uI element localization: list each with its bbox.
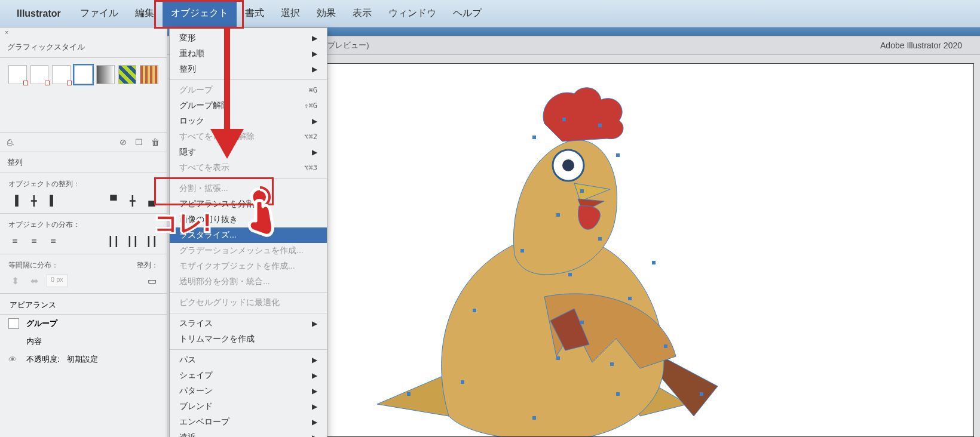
app-name[interactable]: Illustrator — [17, 8, 61, 19]
menu-item[interactable]: 整列▶ — [170, 61, 327, 77]
svg-rect-16 — [556, 356, 560, 360]
style-swatch[interactable] — [118, 65, 137, 84]
opacity-label: 不透明度: — [26, 354, 60, 365]
group-label: グループ — [26, 318, 57, 329]
delete-style-icon[interactable]: 🗑 — [151, 137, 160, 147]
appearance-tab[interactable]: アピアランス — [0, 294, 167, 315]
menu-item-label: モザイクオブジェクトを作成... — [179, 261, 295, 272]
align-hcenter-icon[interactable]: ╋ — [27, 194, 41, 207]
align-objects-label: オブジェクトの整列： — [8, 179, 158, 189]
dist-vspace-icon[interactable]: ⬍ — [8, 274, 22, 287]
menu-item[interactable]: スライス▶ — [170, 316, 327, 331]
submenu-arrow-icon: ▶ — [312, 65, 317, 73]
svg-point-1 — [562, 159, 574, 171]
menu-separator — [170, 79, 327, 80]
menu-item[interactable]: 重ね順▶ — [170, 46, 327, 61]
menu-item[interactable]: エンベロープ▶ — [170, 414, 327, 430]
distribute-spacing-section: 等間隔に分布： 整列： ⬍ ⬌ 0 px ▭ — [0, 254, 167, 294]
dist-hcenter-icon[interactable]: ┃┃ — [126, 235, 139, 248]
visibility-eye-icon[interactable]: 👁 — [8, 355, 19, 364]
menu-object[interactable]: オブジェクト — [163, 0, 237, 27]
rooster-artwork[interactable] — [353, 82, 771, 437]
appearance-content-row[interactable]: 内容 — [0, 333, 167, 350]
style-swatch[interactable] — [8, 65, 27, 84]
menu-item[interactable]: パターン▶ — [170, 383, 327, 399]
align-top-icon[interactable]: ▀ — [107, 194, 120, 207]
menu-item[interactable]: トリムマークを作成 — [170, 331, 327, 347]
new-style-icon[interactable]: ☐ — [135, 137, 143, 147]
submenu-arrow-icon: ▶ — [312, 418, 317, 426]
svg-rect-20 — [598, 237, 602, 241]
menu-item-label: 隠す — [179, 147, 196, 158]
menu-item-label: パス — [179, 355, 196, 365]
menu-item-label: 変形 — [179, 33, 196, 44]
align-bottom-icon[interactable]: ▄ — [145, 194, 158, 207]
align-left-icon[interactable]: ▐ — [8, 194, 22, 207]
menu-select[interactable]: 選択 — [272, 0, 308, 27]
align-vcenter-icon[interactable]: ╋ — [126, 194, 139, 207]
menu-item[interactable]: シェイプ▶ — [170, 368, 327, 383]
menu-item[interactable]: 遠近▶ — [170, 430, 327, 437]
align-panel-tab[interactable]: 整列 — [0, 152, 167, 173]
library-icon[interactable]: ⎙. — [7, 137, 14, 147]
menu-item-label: グループ — [179, 85, 213, 96]
distribute-spacing-label: 等間隔に分布： — [8, 260, 59, 270]
menu-separator — [170, 349, 327, 350]
annotation-tap-hand-icon — [239, 185, 281, 239]
menu-item[interactable]: グループ解除⇧⌘G — [170, 98, 327, 113]
menu-shortcut: ⇧⌘G — [304, 101, 317, 110]
style-swatch[interactable] — [30, 65, 49, 84]
menu-window[interactable]: ウィンドウ — [380, 0, 445, 27]
submenu-arrow-icon: ▶ — [312, 148, 317, 156]
menu-type[interactable]: 書式 — [237, 0, 272, 27]
appearance-opacity-row[interactable]: 👁 不透明度: 初期設定 — [0, 350, 167, 368]
style-swatch-selected[interactable] — [74, 65, 93, 84]
dist-vcenter-icon[interactable]: ≡ — [27, 235, 41, 248]
break-link-icon[interactable]: ⊘ — [120, 137, 127, 147]
style-swatch[interactable] — [96, 65, 115, 84]
left-panel-column: × グラフィックスタイル ⎙. ⊘ ☐ 🗑 整列 オブジェクトの整列： ▐ — [0, 27, 167, 437]
svg-rect-19 — [652, 261, 656, 264]
menu-item-label: ピクセルグリッドに最適化 — [179, 297, 280, 308]
menu-item-label: エンベロープ — [179, 417, 229, 427]
panel-close-icon[interactable]: × — [0, 27, 167, 37]
menu-item[interactable]: パス▶ — [170, 352, 327, 368]
menu-item-label: 分割・拡張... — [179, 183, 228, 194]
menu-file[interactable]: ファイル — [72, 0, 127, 27]
menu-item-label: トリムマークを作成 — [179, 334, 255, 344]
svg-rect-7 — [556, 213, 560, 217]
annotation-kore-text: コレ! — [154, 207, 211, 239]
style-swatch[interactable] — [140, 65, 158, 84]
menu-item[interactable]: ロック▶ — [170, 113, 327, 129]
submenu-arrow-icon: ▶ — [312, 319, 317, 328]
menu-effect[interactable]: 効果 — [308, 0, 344, 27]
menu-item-label: 遠近 — [179, 432, 196, 437]
menu-item-label: ブレンド — [179, 401, 213, 412]
svg-rect-5 — [616, 153, 620, 157]
menu-item: グループ⌘G — [170, 82, 327, 98]
align-right-icon[interactable]: ▌ — [47, 194, 60, 207]
dist-top-icon[interactable]: ≡ — [8, 235, 22, 248]
menu-item[interactable]: 隠す▶ — [170, 144, 327, 160]
dist-hspace-icon[interactable]: ⬌ — [27, 274, 41, 287]
menu-item[interactable]: ブレンド▶ — [170, 399, 327, 414]
dist-bottom-icon[interactable]: ≡ — [47, 235, 60, 248]
align-to-selection-icon[interactable]: ▭ — [145, 274, 158, 287]
menu-view[interactable]: 表示 — [344, 0, 380, 27]
style-swatch[interactable] — [52, 65, 71, 84]
menu-edit[interactable]: 編集 — [127, 0, 163, 27]
appearance-group-row[interactable]: グループ — [0, 315, 167, 333]
menu-separator — [170, 178, 327, 179]
menu-help[interactable]: ヘルプ — [445, 0, 490, 27]
opacity-value[interactable]: 初期設定 — [67, 354, 98, 365]
menu-item[interactable]: 変形▶ — [170, 30, 327, 46]
spacing-value-field[interactable]: 0 px — [47, 274, 68, 287]
align-objects-section: オブジェクトの整列： ▐ ╋ ▌ ▀ ╋ ▄ — [0, 173, 167, 214]
graphic-styles-footer: ⎙. ⊘ ☐ 🗑 — [0, 133, 167, 152]
svg-rect-18 — [700, 392, 703, 396]
dist-left-icon[interactable]: ┃┃ — [107, 235, 120, 248]
distribute-objects-section: オブジェクトの分布： ≡ ≡ ≡ ┃┃ ┃┃ ┃┃ — [0, 214, 167, 254]
graphic-styles-panel-tab[interactable]: グラフィックスタイル — [0, 37, 167, 58]
menu-item-label: グラデーションメッシュを作成... — [179, 245, 304, 256]
svg-rect-13 — [664, 344, 667, 348]
